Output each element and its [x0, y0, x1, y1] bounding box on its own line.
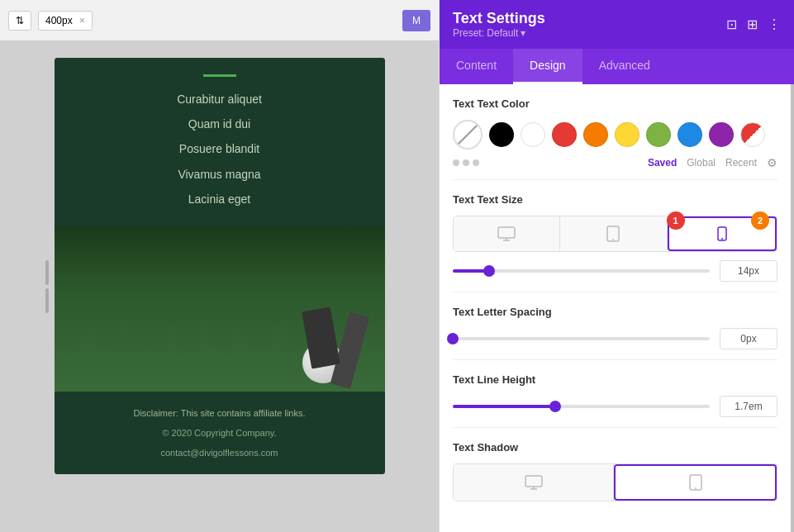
- settings-body: Text Text Color Saved Glob: [440, 84, 794, 532]
- nav-item-5: Lacinia eget: [188, 189, 251, 210]
- color-settings-icon[interactable]: ⚙: [767, 156, 777, 169]
- copyright-text: © 2020 Copyright Company.: [162, 428, 276, 438]
- settings-preset[interactable]: Preset: Default ▾: [453, 27, 545, 39]
- more-icon[interactable]: ⋮: [768, 17, 781, 32]
- tab-design[interactable]: Design: [513, 49, 582, 84]
- svg-point-4: [612, 239, 614, 240]
- line-height-track[interactable]: [453, 405, 710, 408]
- divider-3: [453, 359, 777, 360]
- preview-image: [55, 226, 385, 392]
- shadow-device-row: [453, 463, 777, 501]
- nav-item-2: Quam id dui: [188, 114, 250, 135]
- color-swatches: [453, 120, 777, 150]
- toolbar-select[interactable]: ⇅: [8, 11, 31, 31]
- text-shadow-label: Text Shadow: [453, 441, 777, 454]
- settings-header-icons: ⊡ ⊞ ⋮: [726, 17, 781, 32]
- tab-advanced[interactable]: Advanced: [582, 49, 667, 84]
- width-value: 400px: [45, 15, 73, 26]
- device-mobile-btn[interactable]: 1 2: [668, 216, 777, 251]
- nav-item-4: Vivamus magna: [178, 164, 260, 185]
- select-arrows: ⇅: [16, 15, 24, 26]
- divider-2: [453, 292, 777, 292]
- color-swatch-white[interactable]: [521, 122, 545, 147]
- nav-item-3: Posuere blandit: [179, 139, 259, 159]
- columns-icon[interactable]: ⊞: [747, 17, 758, 32]
- letter-spacing-input[interactable]: [720, 328, 777, 349]
- letter-spacing-label: Text Letter Spacing: [453, 306, 777, 318]
- color-bar: Saved Global Recent ⚙: [453, 156, 777, 169]
- settings-panel: Text Settings Preset: Default ▾ ⊡ ⊞ ⋮ Co…: [439, 0, 794, 532]
- close-icon[interactable]: ×: [79, 15, 85, 26]
- line-height-slider-row: [453, 396, 777, 417]
- divider-1: [453, 179, 777, 180]
- size-slider-input[interactable]: [720, 260, 777, 282]
- device-desktop-btn[interactable]: [454, 216, 560, 251]
- size-slider-thumb[interactable]: [483, 265, 495, 277]
- color-dots: [453, 159, 479, 166]
- svg-rect-7: [525, 476, 542, 487]
- settings-title-area: Text Settings Preset: Default ▾: [453, 10, 545, 39]
- color-dot-3: [473, 159, 479, 166]
- color-swatch-blue[interactable]: [678, 122, 702, 147]
- green-divider: [203, 74, 236, 77]
- color-dot-2: [463, 159, 469, 166]
- golf-background: [55, 226, 385, 392]
- color-none-swatch[interactable]: [453, 120, 483, 150]
- scroll-handle[interactable]: [45, 260, 49, 313]
- color-swatch-black[interactable]: [489, 122, 514, 147]
- size-slider-track[interactable]: [453, 269, 710, 273]
- disclaimer-text: Disclaimer: This site contains affiliate…: [133, 408, 305, 418]
- preview-header: Curabitur aliquet Quam id dui Posuere bl…: [55, 58, 385, 226]
- size-slider-row: [453, 260, 777, 282]
- contact-text: contact@divigolflessons.com: [160, 448, 278, 458]
- text-size-label: Text Text Size: [453, 193, 777, 206]
- shadow-device-tablet[interactable]: [614, 464, 777, 501]
- svg-point-6: [721, 238, 723, 240]
- mode-button[interactable]: M: [402, 10, 430, 31]
- color-swatch-yellow[interactable]: [615, 122, 639, 147]
- color-tab-saved[interactable]: Saved: [648, 157, 677, 169]
- color-tab-global[interactable]: Global: [687, 157, 716, 169]
- color-swatch-red[interactable]: [552, 122, 577, 147]
- shadow-device-desktop[interactable]: [454, 464, 614, 501]
- device-tablet-btn[interactable]: [560, 216, 667, 251]
- svg-point-11: [695, 487, 697, 489]
- color-tab-group: Saved Global Recent ⚙: [648, 156, 777, 169]
- line-height-thumb[interactable]: [549, 401, 561, 412]
- letter-spacing-thumb[interactable]: [447, 333, 459, 344]
- settings-title: Text Settings: [453, 10, 545, 27]
- nav-item-1: Curabitur aliquet: [177, 89, 262, 110]
- tabs-bar: Content Design Advanced: [440, 49, 794, 84]
- preview-footer: Disclaimer: This site contains affiliate…: [55, 392, 385, 474]
- tab-content[interactable]: Content: [440, 49, 513, 84]
- line-height-input[interactable]: [720, 396, 777, 417]
- toolbar: ⇅ 400px × M: [0, 0, 439, 41]
- color-tab-recent[interactable]: Recent: [725, 157, 757, 169]
- svg-rect-0: [498, 227, 515, 238]
- line-height-fill: [453, 405, 555, 408]
- width-input[interactable]: 400px ×: [38, 11, 93, 31]
- color-swatch-stripe[interactable]: [740, 122, 765, 147]
- canvas-content: Curabitur aliquet Quam id dui Posuere bl…: [0, 41, 439, 532]
- expand-icon[interactable]: ⊡: [726, 17, 737, 32]
- letter-spacing-slider-row: [453, 328, 777, 349]
- letter-spacing-track[interactable]: [453, 337, 710, 340]
- color-swatch-green[interactable]: [646, 122, 671, 147]
- website-preview: Curabitur aliquet Quam id dui Posuere bl…: [55, 58, 385, 474]
- canvas-area: ⇅ 400px × M Curabitur aliquet Quam id du…: [0, 0, 439, 532]
- badge-1: 1: [667, 211, 685, 230]
- color-swatch-orange[interactable]: [583, 122, 608, 147]
- color-dot-1: [453, 159, 459, 166]
- device-size-row: 1 2: [453, 216, 777, 252]
- color-swatch-purple[interactable]: [709, 122, 734, 147]
- text-color-label: Text Text Color: [453, 97, 777, 110]
- divider-4: [453, 427, 777, 428]
- line-height-label: Text Line Height: [453, 373, 777, 386]
- settings-header: Text Settings Preset: Default ▾ ⊡ ⊞ ⋮: [440, 0, 794, 49]
- badge-2: 2: [751, 211, 769, 230]
